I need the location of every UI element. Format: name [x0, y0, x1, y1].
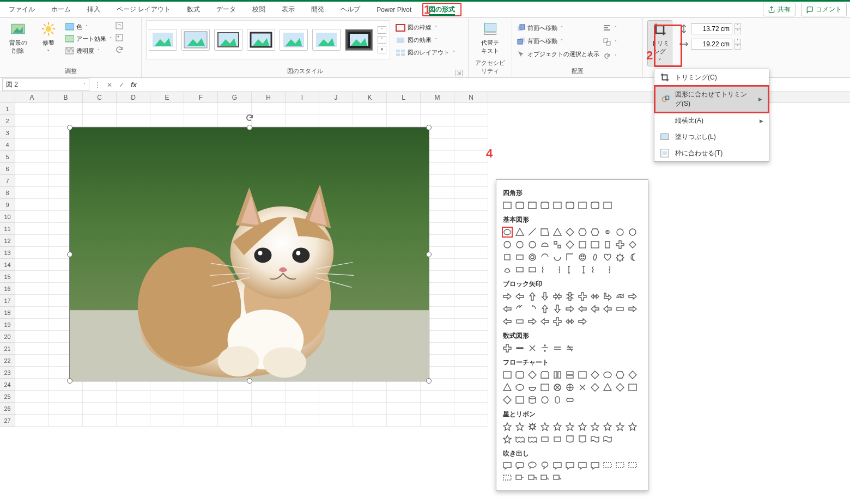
shape-option[interactable] — [590, 303, 600, 314]
dialog-launcher[interactable]: ⇲ — [455, 70, 463, 76]
shape-option[interactable] — [564, 421, 575, 432]
shape-option[interactable] — [514, 460, 525, 471]
shape-option[interactable] — [514, 434, 525, 445]
shape-option[interactable] — [564, 382, 575, 393]
shape-option[interactable] — [602, 200, 613, 211]
shape-option[interactable] — [590, 264, 600, 275]
column-header[interactable]: I — [286, 92, 319, 102]
shape-option[interactable] — [514, 316, 525, 327]
cell[interactable] — [15, 403, 49, 415]
crop-item-to-shape[interactable]: 図形に合わせてトリミング(S) ▶ — [654, 85, 769, 113]
shape-option[interactable] — [590, 434, 600, 445]
shape-option[interactable] — [564, 291, 575, 302]
cell[interactable] — [454, 403, 488, 415]
cell[interactable] — [15, 367, 49, 379]
row-header[interactable]: 3 — [0, 127, 15, 139]
cell[interactable] — [454, 391, 488, 403]
cell[interactable] — [387, 403, 421, 415]
cell[interactable] — [49, 403, 83, 415]
color-button[interactable]: 色˅ — [65, 21, 112, 32]
style-thumb-selected[interactable] — [345, 29, 373, 51]
shape-option[interactable] — [502, 252, 513, 263]
compress-icon[interactable] — [115, 21, 124, 30]
cell[interactable] — [218, 415, 252, 427]
cell[interactable] — [454, 247, 488, 259]
resize-handle[interactable] — [426, 125, 432, 130]
shape-option[interactable] — [615, 291, 626, 302]
shape-option[interactable] — [564, 369, 575, 380]
alt-text-button[interactable]: 代替テ キスト — [477, 20, 504, 56]
shape-option[interactable] — [615, 239, 626, 250]
column-header[interactable]: K — [353, 92, 387, 102]
shape-option[interactable] — [602, 460, 613, 471]
shape-option[interactable] — [502, 343, 513, 354]
shape-option[interactable] — [502, 239, 513, 250]
shape-option[interactable] — [602, 264, 613, 275]
shape-option[interactable] — [514, 239, 525, 250]
cell[interactable] — [15, 283, 49, 295]
tab-help[interactable]: ヘルプ — [335, 3, 366, 16]
shape-option[interactable] — [527, 473, 538, 484]
cell[interactable] — [252, 391, 286, 403]
cell[interactable] — [454, 103, 488, 115]
shape-option[interactable] — [514, 343, 525, 354]
row-header[interactable]: 23 — [0, 367, 15, 379]
shape-option[interactable] — [577, 369, 588, 380]
shape-option[interactable] — [514, 227, 525, 238]
shape-option[interactable] — [539, 291, 550, 302]
cell[interactable] — [83, 403, 117, 415]
shape-option[interactable] — [552, 394, 563, 405]
shape-option[interactable] — [539, 200, 550, 211]
tab-power-pivot[interactable]: Power Pivot — [371, 4, 417, 16]
tab-page-layout[interactable]: ページ レイアウト — [111, 3, 176, 16]
shape-option[interactable] — [590, 291, 600, 302]
shape-option[interactable] — [577, 316, 588, 327]
cell[interactable] — [454, 379, 488, 391]
shape-option[interactable] — [615, 303, 626, 314]
selected-picture[interactable] — [69, 127, 429, 381]
column-header[interactable]: M — [421, 92, 454, 102]
cell[interactable] — [454, 295, 488, 307]
cell[interactable] — [353, 103, 387, 115]
shape-option[interactable] — [514, 473, 525, 484]
style-thumb[interactable] — [149, 29, 177, 51]
comment-button[interactable]: コメント — [801, 3, 847, 16]
cell[interactable] — [15, 151, 49, 163]
shape-option[interactable] — [615, 382, 626, 393]
shape-option[interactable] — [627, 252, 638, 263]
row-header[interactable]: 10 — [0, 211, 15, 223]
shape-option[interactable] — [564, 264, 575, 275]
shape-option[interactable] — [577, 200, 588, 211]
cell[interactable] — [421, 403, 454, 415]
shape-option[interactable] — [552, 200, 563, 211]
shape-option[interactable] — [514, 369, 525, 380]
style-thumb[interactable] — [181, 29, 210, 51]
resize-handle[interactable] — [67, 252, 72, 257]
row-header[interactable]: 13 — [0, 247, 15, 259]
shape-option[interactable] — [527, 394, 538, 405]
row-header[interactable]: 11 — [0, 223, 15, 235]
cell[interactable] — [286, 415, 319, 427]
cell[interactable] — [454, 223, 488, 235]
cell[interactable] — [319, 403, 353, 415]
shape-option[interactable] — [602, 303, 613, 314]
shape-option[interactable] — [590, 460, 600, 471]
shape-option[interactable] — [577, 303, 588, 314]
cell[interactable] — [15, 247, 49, 259]
shape-option[interactable] — [577, 264, 588, 275]
shape-option[interactable] — [590, 421, 600, 432]
shape-option[interactable] — [552, 291, 563, 302]
height-input[interactable] — [691, 23, 732, 34]
shape-option[interactable] — [577, 421, 588, 432]
shape-option[interactable] — [539, 239, 550, 250]
cancel-formula[interactable]: ✕ — [104, 81, 116, 89]
tab-insert[interactable]: 挿入 — [82, 3, 106, 16]
shape-option[interactable] — [527, 382, 538, 393]
cell[interactable] — [150, 415, 184, 427]
remove-background-button[interactable]: 背景の 削除 — [4, 20, 32, 56]
shape-option[interactable] — [627, 239, 638, 250]
shape-option[interactable] — [527, 434, 538, 445]
cell[interactable] — [353, 403, 387, 415]
column-header[interactable]: D — [117, 92, 150, 102]
tab-data[interactable]: データ — [211, 3, 241, 16]
